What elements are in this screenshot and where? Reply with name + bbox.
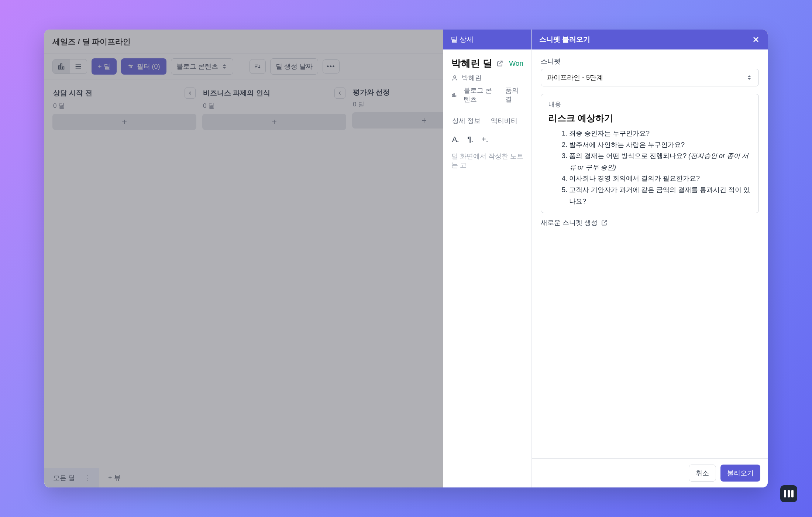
add-card-button[interactable]: + [202,114,346,130]
deal-tab-activity[interactable]: 액티비티 [490,113,518,129]
cancel-button[interactable]: 취소 [689,465,716,482]
column-title: 상담 시작 전 [53,88,92,98]
snippet-header: 스니펫 불러오기 [532,30,768,49]
text-style-tool[interactable]: A⌄ [452,135,457,144]
close-icon[interactable] [751,35,760,44]
chevron-updown-icon [223,64,228,69]
list-view-button[interactable] [70,59,87,73]
deal-status: Won [509,59,523,68]
svg-point-15 [454,76,456,78]
sort-direction-button[interactable] [250,59,266,74]
list-item: 이사회나 경영 회의에서 결의가 필요한가요? [569,173,751,184]
sort-select[interactable]: 딜 생성 날짜 [270,58,318,75]
deal-owner: 박혜린 [462,73,482,82]
content-select-value: 블로그 콘텐츠 [176,62,218,71]
tab-add-view[interactable]: + 뷰 [99,468,130,487]
sort-value: 딜 생성 날짜 [276,62,313,71]
external-link-icon [601,219,608,226]
snippet-content-box: 내용 리스크 예상하기 최종 승인자는 누구인가요? 발주서에 사인하는 사람은… [541,94,759,213]
snippet-select[interactable]: 파이프라인 - 5단계 [541,69,759,86]
content-box-label: 내용 [548,100,751,109]
list-item: 고객사 기안자가 과거에 같은 금액의 결재를 통과시킨 적이 있나요? [569,184,751,207]
deal-title: 박혜린 딜 [451,57,492,70]
list-item: 최종 승인자는 누구인가요? [569,128,751,139]
tab-label: 모든 딜 [53,473,75,482]
column-count: 0 딜 [52,101,196,114]
kanban-column: 상담 시작 전 0 딜 + [52,86,196,464]
confirm-button[interactable]: 불러오기 [720,465,760,482]
deal-tags-row: 블로그 콘텐츠 품의 결 [451,86,523,104]
svg-rect-17 [454,93,455,97]
svg-point-10 [129,65,130,66]
deal-panel-header: 딜 상세 [443,30,531,49]
snippet-panel: 스니펫 불러오기 스니펫 파이프라인 - 5단계 내용 리스크 예상하기 최종 … [531,30,768,487]
tab-menu-icon[interactable]: ⋮ [84,474,90,482]
deal-tag[interactable]: 블로그 콘텐츠 [464,86,499,104]
app-window: 세일즈 / 딜 파이프라인 + 딜 필터 (0) 블로그 콘텐츠 [44,30,768,487]
insert-tool[interactable]: +⌄ [482,135,486,144]
deal-detail-panel: 딜 상세 박혜린 딜 Won 박혜린 블로그 콘텐츠 품의 결 상세 정보 액티… [443,30,531,487]
list-item: 발주서에 사인하는 사람은 누구인가요? [569,139,751,151]
new-deal-button[interactable]: + 딜 [92,58,117,75]
column-collapse-button[interactable] [185,88,196,99]
sort-icon [254,63,261,70]
tab-label: + 뷰 [108,473,121,482]
kanban-column: 비즈니스 과제의 인식 0 딜 + [202,86,346,464]
column-title: 평가와 선정 [353,88,390,97]
column-count: 0 딜 [202,101,346,114]
snippet-footer: 취소 불러오기 [532,458,768,487]
board-view-button[interactable] [53,59,70,73]
note-placeholder[interactable]: 딜 화면에서 작성한 노트는 고 [451,150,523,170]
chevron-left-icon [337,90,343,96]
snippet-select-value: 파이프라인 - 5단계 [547,73,603,82]
filter-label: 필터 (0) [137,62,160,71]
svg-rect-16 [453,95,454,97]
deal-tag[interactable]: 품의 결 [505,86,523,104]
new-snippet-link[interactable]: 새로운 스니펫 생성 [541,218,608,227]
paragraph-tool[interactable]: ¶⌄ [467,135,471,144]
svg-rect-3 [61,64,62,69]
deal-tabs: 상세 정보 액티비티 [451,113,523,129]
svg-rect-4 [63,67,64,69]
breadcrumb: 세일즈 / 딜 파이프라인 [52,37,131,47]
snippet-header-title: 스니펫 불러오기 [539,35,590,44]
snippet-content-title: 리스크 예상하기 [548,112,751,124]
snippet-field-label: 스니펫 [541,57,759,66]
add-card-button[interactable]: + [52,114,196,130]
list-item: 품의 결재는 어떤 방식으로 진행되나요? (전자승인 or 종이 서류 or … [569,150,751,173]
filter-button[interactable]: 필터 (0) [121,58,166,75]
chevron-updown-icon [747,75,753,80]
filter-icon [127,63,134,70]
column-title: 비즈니스 과제의 인식 [203,88,270,98]
svg-point-11 [131,66,132,68]
brand-logo[interactable] [780,485,797,502]
chevron-left-icon [187,90,193,96]
person-icon [451,75,458,81]
dots-icon: ••• [327,63,336,70]
editor-toolbar: A⌄ ¶⌄ +⌄ [451,129,523,150]
bar-chart-icon [57,62,65,71]
snippet-content-list: 최종 승인자는 누구인가요? 발주서에 사인하는 사람은 누구인가요? 품의 결… [548,128,751,207]
list-icon [74,62,82,71]
new-snippet-label: 새로운 스니펫 생성 [541,218,598,227]
bar-chart-icon [451,92,457,98]
view-toggle [52,59,87,74]
tab-all-deals[interactable]: 모든 딜 ⋮ [44,468,99,487]
content-select[interactable]: 블로그 콘텐츠 [171,58,233,75]
deal-tab-detail[interactable]: 상세 정보 [451,113,481,129]
svg-rect-18 [455,95,456,97]
deal-owner-row: 박혜린 [451,73,523,82]
external-link-icon[interactable] [496,60,503,67]
svg-rect-2 [59,66,60,69]
more-actions-button[interactable]: ••• [323,59,340,73]
column-collapse-button[interactable] [334,88,345,99]
